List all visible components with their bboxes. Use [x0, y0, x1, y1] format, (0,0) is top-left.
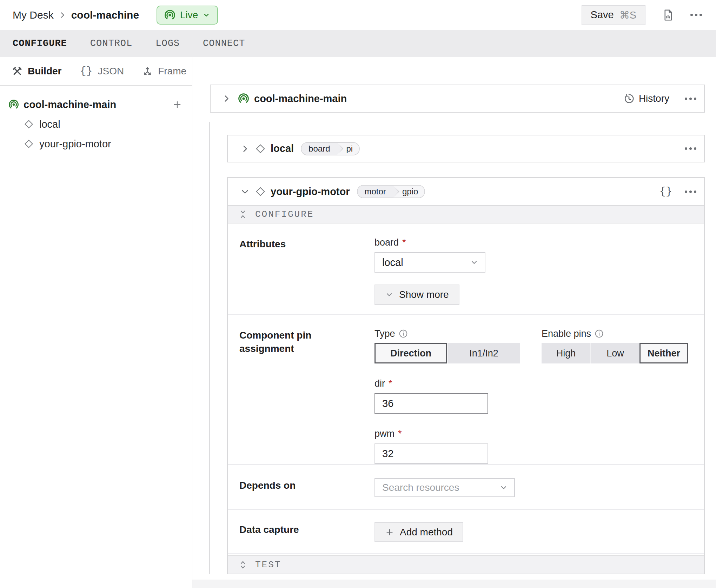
enable-option-high[interactable]: High	[542, 343, 590, 363]
view-tab-builder[interactable]: Builder	[12, 66, 61, 77]
tab-control[interactable]: CONTROL	[90, 38, 132, 49]
view-tab-label: JSON	[98, 66, 124, 77]
required-marker: *	[398, 428, 402, 439]
ellipsis-icon	[685, 147, 696, 150]
motor-card-collapse-button[interactable]	[240, 187, 250, 196]
board-field-label: board	[374, 237, 399, 248]
motor-card: your-gpio-motor motor gpio {}	[227, 177, 705, 574]
add-component-button[interactable]	[172, 100, 182, 109]
document-chart-icon	[662, 8, 674, 22]
badge-api: motor	[358, 186, 393, 198]
chevron-down-icon	[385, 290, 393, 299]
machine-card: cool-machine-main History	[210, 85, 705, 113]
configure-bar-label: CONFIGURE	[255, 209, 314, 220]
enable-pins-field-label: Enable pins	[542, 328, 591, 339]
breadcrumb-machine-name: cool-machine	[71, 9, 139, 21]
machine-card-expand-button[interactable]	[222, 94, 231, 103]
type-field-label: Type	[374, 328, 395, 339]
braces-icon: {}	[80, 65, 92, 77]
chevron-down-icon	[499, 483, 508, 492]
enable-option-neither[interactable]: Neither	[639, 343, 688, 363]
pwm-input[interactable]	[374, 443, 488, 464]
board-select-value: local	[382, 257, 403, 268]
attributes-row: Attributes board * local Show more	[228, 223, 704, 315]
tree-item-local[interactable]: local	[0, 114, 192, 134]
local-card-title: local	[271, 143, 294, 154]
save-button[interactable]: Save ⌘S	[582, 5, 645, 25]
view-tab-frame[interactable]: Frame	[142, 66, 186, 77]
breadcrumb-root[interactable]: My Desk	[13, 9, 54, 21]
tree-item-your-gpio-motor[interactable]: your-gpio-motor	[0, 134, 192, 154]
chevron-right-icon	[240, 144, 250, 153]
dir-input[interactable]	[374, 393, 488, 414]
chevron-down-icon	[240, 187, 250, 196]
view-tab-json[interactable]: {} JSON	[80, 65, 124, 77]
edit-json-button[interactable]: {}	[659, 186, 672, 198]
collapse-vertical-icon	[238, 210, 247, 219]
type-option-in1in2[interactable]: In1/In2	[447, 343, 520, 363]
depends-on-heading: Depends on	[239, 465, 374, 509]
machine-card-menu[interactable]	[685, 98, 696, 100]
broadcast-icon	[164, 9, 175, 21]
tree-child-label: your-gpio-motor	[39, 138, 111, 150]
tree-child-label: local	[39, 119, 60, 130]
history-button[interactable]: History	[623, 93, 669, 104]
ellipsis-icon	[685, 98, 696, 100]
diamond-icon	[24, 139, 34, 149]
machine-report-button[interactable]	[662, 8, 674, 22]
axes-icon	[142, 66, 153, 76]
tab-configure[interactable]: CONFIGURE	[13, 38, 67, 49]
machine-card-title: cool-machine-main	[254, 93, 347, 105]
history-label: History	[639, 93, 669, 104]
chevron-down-icon	[470, 258, 478, 267]
info-icon[interactable]	[595, 329, 604, 338]
add-method-button[interactable]: Add method	[374, 522, 463, 542]
info-icon[interactable]	[399, 329, 408, 338]
ellipsis-icon	[685, 191, 696, 193]
badge-chevron-divider	[337, 143, 343, 155]
add-method-label: Add method	[400, 527, 453, 538]
enable-pins-segmented-control: High Low Neither	[542, 343, 688, 363]
motor-card-header: your-gpio-motor motor gpio {}	[228, 178, 704, 205]
depends-on-select[interactable]: Search resources	[374, 478, 515, 497]
pin-assignment-row: Component pin assignment Type Directi	[228, 315, 704, 465]
broadcast-icon	[8, 99, 19, 110]
diamond-icon	[255, 186, 266, 197]
configure-section-bar[interactable]: CONFIGURE	[228, 205, 704, 223]
tree-item-machine[interactable]: cool-machine-main	[0, 95, 192, 114]
top-bar: My Desk cool-machine Live Save ⌘S	[0, 0, 716, 30]
horizontal-scroll-track[interactable]	[192, 580, 716, 588]
tab-logs[interactable]: LOGS	[155, 38, 180, 49]
enable-option-low[interactable]: Low	[590, 343, 639, 363]
board-select[interactable]: local	[374, 252, 485, 273]
broadcast-icon	[238, 93, 249, 104]
enable-pins-group: Enable pins High Low Neither	[542, 328, 688, 363]
test-section-bar[interactable]: TEST	[228, 555, 704, 574]
tab-connect[interactable]: CONNECT	[203, 38, 245, 49]
expand-vertical-icon	[238, 560, 247, 569]
badge-chevron-divider	[393, 186, 399, 198]
data-capture-heading: Data capture	[239, 510, 374, 553]
local-card-menu[interactable]	[685, 147, 696, 150]
depends-on-placeholder: Search resources	[382, 482, 459, 493]
plus-icon	[385, 528, 394, 537]
show-more-button[interactable]: Show more	[374, 285, 459, 305]
diamond-icon	[24, 119, 34, 129]
local-card-expand-button[interactable]	[240, 144, 250, 153]
view-tab-label: Builder	[28, 66, 61, 77]
show-more-label: Show more	[399, 289, 449, 300]
topbar-overflow-menu[interactable]	[690, 14, 702, 16]
local-board-card: local board pi	[227, 135, 705, 162]
config-panel: cool-machine-main History	[192, 57, 716, 588]
machine-status-dropdown[interactable]: Live	[157, 6, 218, 25]
machine-status-label: Live	[180, 9, 198, 21]
badge-api: board	[301, 143, 337, 155]
chevron-down-icon	[203, 11, 210, 19]
tools-icon	[12, 66, 22, 76]
type-option-direction[interactable]: Direction	[374, 343, 447, 363]
resource-type-badge: motor gpio	[357, 185, 425, 198]
type-group: Type Direction In1/In2	[374, 328, 520, 363]
motor-card-menu[interactable]	[685, 191, 696, 193]
pwm-field-label: pwm	[374, 428, 395, 439]
breadcrumb-chevron-icon	[59, 11, 66, 19]
